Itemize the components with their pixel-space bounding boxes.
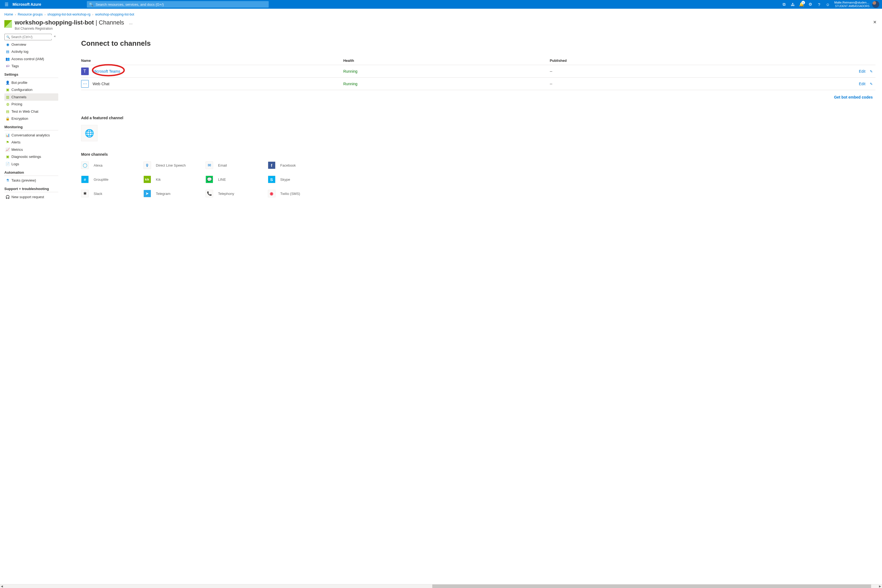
- column-health: Health: [343, 58, 550, 65]
- sidebar-section-support: Support + troubleshooting: [4, 187, 58, 192]
- sidebar-item-alerts[interactable]: ⚑ Alerts: [4, 139, 58, 146]
- sidebar-item-logs[interactable]: 📄 Logs: [4, 160, 58, 168]
- more-channel-telephony[interactable]: 📞 Telephony: [206, 190, 264, 197]
- pencil-icon[interactable]: ✎: [870, 82, 873, 86]
- more-channel-twilio[interactable]: ◉ Twilio (SMS): [268, 190, 326, 197]
- sidebar-item-encryption[interactable]: 🔒 Encryption: [4, 115, 58, 123]
- alerts-icon: ⚑: [6, 140, 10, 144]
- configuration-icon: ▣: [6, 88, 10, 92]
- sidebar-item-iam[interactable]: 👥 Access control (IAM): [4, 55, 58, 63]
- more-channel-slack[interactable]: ✱ Slack: [81, 190, 140, 197]
- alexa-icon: ◯: [81, 161, 89, 169]
- bot-profile-icon: 👤: [6, 81, 10, 85]
- analytics-icon: 📊: [6, 133, 10, 137]
- sidebar-item-test-web-chat[interactable]: ▤ Test in Web Chat: [4, 108, 58, 115]
- column-published: Published: [550, 58, 843, 65]
- search-icon: 🔍: [6, 35, 10, 39]
- table-row-webchat: ⋯ Web Chat Running -- Edit ✎: [81, 78, 876, 90]
- sidebar-search[interactable]: 🔍: [4, 34, 52, 40]
- sidebar-item-metrics[interactable]: 📈 Metrics: [4, 146, 58, 153]
- pencil-icon[interactable]: ✎: [870, 69, 873, 74]
- pricing-icon: ◍: [6, 102, 10, 106]
- sidebar-item-activity-log[interactable]: ▤ Activity log: [4, 48, 58, 56]
- main-content: Connect to channels Name Health Publishe…: [60, 33, 882, 588]
- brand-name[interactable]: Microsoft Azure: [12, 2, 49, 6]
- sidebar-item-new-support-request[interactable]: 🎧 New support request: [4, 193, 58, 201]
- more-channel-kik[interactable]: kik Kik: [144, 176, 202, 183]
- resource-icon: [4, 20, 12, 28]
- notifications-icon[interactable]: 🔔1: [797, 0, 806, 9]
- sidebar-item-pricing[interactable]: ◍ Pricing: [4, 101, 58, 108]
- tasks-icon: ⚗: [6, 178, 10, 182]
- breadcrumb-rg-name[interactable]: shopping-list-bot-workshop-rg: [47, 12, 90, 16]
- edit-channel-webchat[interactable]: Edit: [859, 82, 866, 86]
- kik-icon: kik: [144, 176, 151, 183]
- global-search-input[interactable]: [96, 3, 267, 6]
- breadcrumb-home[interactable]: Home: [4, 12, 13, 16]
- help-icon[interactable]: ?: [815, 0, 824, 9]
- scroll-right-icon[interactable]: ▶: [878, 585, 882, 588]
- sidebar-item-overview[interactable]: ◉ Overview: [4, 41, 58, 48]
- channel-link-teams[interactable]: Microsoft Teams: [93, 69, 120, 74]
- account-menu[interactable]: Malte.Reimann@studen… STUDENT AMBASSADOR…: [832, 1, 871, 8]
- sidebar-item-diagnostic-settings[interactable]: ▣ Diagnostic settings: [4, 153, 58, 160]
- resource-sidebar: 🔍 « ◉ Overview ▤ Activity log 👥 Access c…: [0, 33, 60, 588]
- more-channel-alexa[interactable]: ◯ Alexa: [81, 161, 140, 169]
- facebook-icon: f: [268, 161, 276, 169]
- breadcrumb: Home › Resource groups › shopping-list-b…: [0, 9, 882, 18]
- scroll-left-icon[interactable]: ◀: [0, 585, 4, 588]
- metrics-icon: 📈: [6, 147, 10, 152]
- get-bot-embed-codes-link[interactable]: Get bot embed codes: [834, 95, 873, 99]
- horizontal-scrollbar[interactable]: ◀ ▶: [0, 584, 882, 588]
- activity-log-icon: ▤: [6, 50, 10, 54]
- iam-icon: 👥: [6, 57, 10, 61]
- chevron-right-icon: ›: [15, 13, 16, 16]
- notification-badge: 1: [801, 1, 805, 4]
- sidebar-item-tasks[interactable]: ⚗ Tasks (preview): [4, 177, 58, 184]
- more-actions-icon[interactable]: ⋯: [129, 22, 133, 26]
- speech-icon: 🎙: [144, 161, 151, 169]
- test-web-chat-icon: ▤: [6, 110, 10, 114]
- add-featured-channel-tile[interactable]: 🌐: [81, 125, 98, 141]
- chevron-right-icon: ›: [92, 13, 93, 16]
- health-status-teams: Running: [343, 65, 550, 78]
- skype-icon: S: [268, 176, 276, 183]
- published-teams: --: [550, 65, 843, 78]
- breadcrumb-resource[interactable]: workshop-shopping-list-bot: [95, 12, 134, 16]
- more-channel-line[interactable]: 💬 LINE: [206, 176, 264, 183]
- scroll-thumb[interactable]: [432, 585, 871, 588]
- global-search[interactable]: 🔍: [87, 1, 268, 8]
- avatar[interactable]: [872, 1, 879, 8]
- more-channel-direct-line-speech[interactable]: 🎙 Direct Line Speech: [144, 161, 202, 169]
- close-blade-button[interactable]: ✕: [873, 20, 876, 25]
- more-channel-telegram[interactable]: ➤ Telegram: [144, 190, 202, 197]
- feedback-icon[interactable]: ☺: [824, 0, 832, 9]
- more-channel-email[interactable]: ✉ Email: [206, 161, 264, 169]
- lock-icon: 🔒: [6, 117, 10, 121]
- edit-channel-teams[interactable]: Edit: [859, 69, 866, 74]
- collapse-sidebar-icon[interactable]: «: [54, 34, 59, 38]
- telephony-icon: 📞: [206, 190, 213, 197]
- more-channel-groupme[interactable]: # GroupMe: [81, 176, 140, 183]
- sidebar-item-bot-profile[interactable]: 👤 Bot profile: [4, 79, 58, 86]
- globe-icon: 🌐: [85, 129, 94, 138]
- settings-icon[interactable]: ⚙: [806, 0, 815, 9]
- hamburger-menu-icon[interactable]: ☰: [1, 2, 12, 7]
- telegram-icon: ➤: [144, 190, 151, 197]
- more-channel-skype[interactable]: S Skype: [268, 176, 326, 183]
- breadcrumb-resource-groups[interactable]: Resource groups: [18, 12, 42, 16]
- sidebar-item-tags[interactable]: 🏷 Tags: [4, 63, 58, 70]
- channels-table: Name Health Published Ꭲ Microsoft Teams …: [81, 58, 876, 90]
- sidebar-item-configuration[interactable]: ▣ Configuration: [4, 86, 58, 94]
- featured-channel-heading: Add a featured channel: [81, 116, 876, 120]
- directory-filter-icon[interactable]: 🖧: [789, 0, 797, 9]
- more-channel-facebook[interactable]: f Facebook: [268, 161, 326, 169]
- more-channels-heading: More channels: [81, 152, 876, 156]
- email-icon: ✉: [206, 161, 213, 169]
- cloud-shell-icon[interactable]: ⧉: [780, 0, 789, 9]
- sidebar-item-conversational-analytics[interactable]: 📊 Conversational analytics: [4, 132, 58, 139]
- sidebar-item-channels[interactable]: ▥ Channels: [4, 93, 58, 101]
- sidebar-search-input[interactable]: [11, 35, 52, 39]
- table-row-teams: Ꭲ Microsoft Teams Running -- Edit ✎: [81, 65, 876, 78]
- sidebar-section-automation: Automation: [4, 170, 58, 176]
